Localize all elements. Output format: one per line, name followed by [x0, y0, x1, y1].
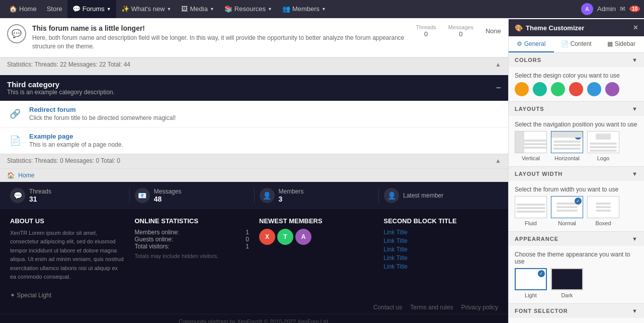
width-option-boxed[interactable]: Boxed [587, 196, 619, 226]
nav-media-label: Media [190, 5, 207, 13]
nav-members[interactable]: 👥 Members ▼ [277, 0, 331, 18]
color-swatch-teal[interactable] [533, 82, 547, 96]
link-icon: 🔗 [10, 108, 21, 119]
mail-icon[interactable]: ✉ [620, 5, 625, 13]
color-swatch-blue[interactable] [587, 82, 601, 96]
home-icon-small: 🏠 [7, 172, 15, 179]
layout-options: Vertical ✓ [515, 131, 638, 161]
messages-stat: Messages 0 [448, 24, 473, 38]
example-page-info: Example page This is an example of a pag… [29, 133, 501, 148]
member-avatar-x[interactable]: X [259, 229, 275, 245]
font-selector-header: FONT SELECTOR ▼ [509, 304, 644, 318]
nav-whats-new[interactable]: ✨ What's new ▼ [116, 0, 177, 18]
member-avatar-a[interactable]: A [295, 229, 311, 245]
second-block-link-2[interactable]: Link Title [384, 237, 499, 244]
category-collapse-btn[interactable]: − [496, 83, 501, 93]
collapse-icon-1[interactable]: ▲ [495, 61, 501, 68]
appearance-option-light[interactable]: ✓ Light [515, 268, 547, 298]
third-category-title[interactable]: Third category [7, 80, 115, 89]
appearance-thumb-dark [551, 268, 583, 290]
notification-badge[interactable]: 10 [629, 6, 640, 12]
colors-section-header: COLORS ▼ [509, 53, 644, 67]
width-thumb-fluid [515, 196, 547, 218]
layout-option-vertical[interactable]: Vertical [515, 131, 547, 161]
members-online-row: Members online: 1 [135, 229, 250, 236]
color-swatch-orange[interactable] [515, 82, 529, 96]
privacy-link[interactable]: Privacy policy [461, 304, 498, 311]
members-footer-stat: 👤 Members 3 [260, 188, 374, 203]
example-page-title[interactable]: Example page [29, 133, 501, 140]
threads-footer-info: Threads 31 [29, 188, 51, 203]
tab-content[interactable]: 📄 Content [554, 36, 599, 52]
example-page-item: 📄 Example page This is an example of a p… [0, 127, 508, 154]
light-check: ✓ [538, 270, 545, 277]
general-tab-icon: ⚙ [517, 40, 522, 47]
special-light-link[interactable]: ✦ Special Light [10, 292, 51, 299]
guests-online-row: Guests online: 0 [135, 236, 250, 243]
threads-footer-label: Threads [29, 188, 51, 195]
theme-customizer-panel: 🎨 Theme Customizer × ⚙ General 📄 Content… [508, 19, 644, 323]
members-footer-info: Members 3 [279, 188, 304, 203]
width-option-fluid[interactable]: Fluid [515, 196, 547, 226]
second-block-link-4[interactable]: Link Title [384, 254, 499, 262]
line-2 [522, 143, 547, 145]
layout-option-horizontal[interactable]: ✓ Horizontal [551, 131, 583, 161]
font-selector-title: FONT SELECTOR [515, 308, 568, 314]
color-swatch-purple[interactable] [605, 82, 619, 96]
example-page-desc: This is an example of a page node. [29, 141, 501, 148]
appearance-header: APPEARANCE ▼ [509, 232, 644, 246]
redirect-forum-item: 🔗 Redirect forum Click the forum title t… [0, 101, 508, 127]
layout-thumb-vertical [515, 131, 547, 153]
layout-option-logo[interactable]: Logo [587, 131, 619, 161]
terms-link[interactable]: Terms and rules [410, 304, 453, 311]
vertical-nav-indicator [515, 132, 524, 153]
breadcrumb-home[interactable]: Home [18, 172, 34, 179]
forum-stats-longer: Threads 0 Messages 0 None [416, 24, 501, 38]
appearance-option-dark[interactable]: Dark [551, 268, 583, 298]
second-block-section: SECOND BLOCK TITLE Link Title Link Title… [384, 217, 499, 282]
line-3 [516, 211, 545, 213]
contact-us-link[interactable]: Contact us [373, 304, 402, 311]
collapse-icon-2[interactable]: ▲ [495, 157, 501, 164]
threads-value: 0 [416, 30, 436, 38]
page-layout: 🏠 Home Store 💬 Forums ▼ ✨ What's new ▼ 🖼… [0, 0, 644, 323]
about-us-body: XenTR Lorem ipsum dolor sit amet, consec… [10, 229, 125, 282]
color-swatch-red[interactable] [569, 82, 583, 96]
footer-copy-line1: Community platform by XenForo® © 2010-20… [4, 318, 504, 323]
forum-item-longer: 💬 This forum name is a little longer! He… [0, 18, 508, 57]
layouts-section-title: LAYOUTS [515, 106, 544, 112]
forum-area: 💬 This forum name is a little longer! He… [0, 18, 508, 323]
line-1 [516, 204, 545, 206]
logo-indicator [596, 134, 611, 140]
second-block-link-1[interactable]: Link Title [384, 229, 499, 236]
tab-sidebar[interactable]: ▦ Sidebar [599, 36, 644, 52]
admin-label[interactable]: Admin [597, 5, 616, 13]
nav-forums[interactable]: 💬 Forums ▼ [67, 0, 116, 18]
appearance-section: APPEARANCE ▼ Choose the theme appearance… [509, 232, 644, 304]
category-title-info: Third category This is an example catego… [7, 80, 115, 96]
layouts-section: LAYOUTS ▼ Select the navigation position… [509, 102, 644, 167]
vertical-label: Vertical [522, 155, 540, 161]
nav-resources[interactable]: 📚 Resources ▼ [219, 0, 277, 18]
font-selector-section: FONT SELECTOR ▼ Select the font you want… [509, 304, 644, 323]
second-block-link-5[interactable]: Link Title [384, 263, 499, 270]
color-swatch-green[interactable] [551, 82, 565, 96]
third-category-header: Third category This is an example catego… [0, 75, 508, 101]
second-block-link-3[interactable]: Link Title [384, 246, 499, 253]
appearance-thumb-light: ✓ [515, 268, 547, 290]
total-visitors-value: 1 [246, 243, 249, 250]
nav-media[interactable]: 🖼 Media ▼ [176, 0, 219, 18]
members-online-value: 1 [246, 229, 249, 236]
online-stats-section: ONLINE STATISTICS Members online: 1 Gues… [135, 217, 250, 282]
messages-footer-label: Messages [154, 188, 182, 195]
nav-store[interactable]: Store [42, 0, 67, 18]
member-avatar-t[interactable]: T [277, 229, 293, 245]
forum-title-longer[interactable]: This forum name is a little longer! [32, 24, 416, 32]
nav-store-label: Store [47, 5, 62, 13]
redirect-title[interactable]: Redirect forum [29, 106, 501, 113]
tab-general[interactable]: ⚙ General [509, 36, 554, 52]
width-option-normal[interactable]: ✓ Normal [551, 196, 583, 226]
theme-panel-close-btn[interactable]: × [633, 23, 638, 32]
colors-section-title: COLORS [515, 57, 541, 63]
nav-home[interactable]: 🏠 Home [4, 0, 42, 18]
